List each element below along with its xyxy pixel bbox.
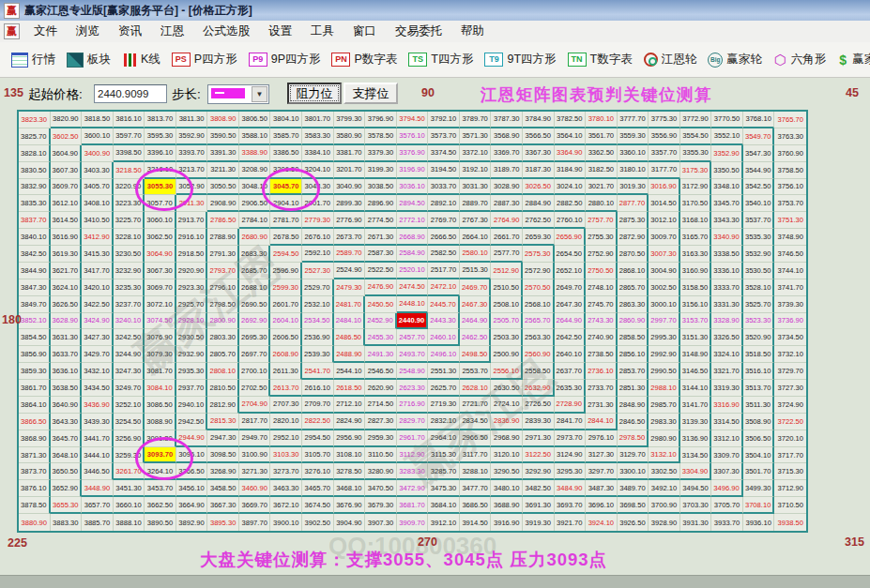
matrix-cell: 3840.10 (19, 229, 51, 246)
matrix-cell: 2443.30 (428, 313, 460, 330)
matrix-cell: 3393.70 (176, 145, 208, 162)
matrix-cell: 3796.90 (365, 112, 397, 128)
toolbar-label: 9T四方形 (507, 52, 556, 68)
matrix-cell: 3708.10 (743, 497, 775, 514)
matrix-cell: 3132.10 (649, 447, 680, 464)
menu-item-1[interactable]: 文件 (24, 24, 67, 38)
toolbar-item-赢家服务[interactable]: $赢家服务 (837, 52, 870, 68)
matrix-cell: 2719.30 (428, 397, 460, 414)
matrix-cell: 2508.10 (491, 296, 523, 313)
matrix-cell: 3240.10 (114, 313, 145, 330)
toolbar-item-K线[interactable]: K线 (122, 52, 160, 68)
9t-square-icon: T9 (484, 53, 503, 67)
matrix-cell: 2918.50 (176, 246, 208, 263)
matrix-cell: 3336.10 (711, 263, 743, 279)
matrix-cell: 3254.50 (114, 414, 145, 430)
menu-item-7[interactable]: 工具 (301, 24, 343, 38)
matrix-cell: 2733.70 (586, 380, 618, 397)
toolbar-item-P数字表[interactable]: PNP数字表 (331, 52, 397, 68)
menu-item-4[interactable]: 江恩 (151, 24, 193, 38)
menu-item-2[interactable]: 浏览 (67, 24, 109, 38)
matrix-cell: 3376.90 (397, 145, 429, 162)
matrix-cell: 2774.50 (365, 212, 397, 229)
dropdown-arrow-icon[interactable]: ▼ (252, 86, 267, 102)
matrix-cell: 3672.10 (270, 497, 302, 514)
matrix-cell: 3220.90 (114, 179, 145, 196)
matrix-cell: 3307.30 (711, 463, 743, 480)
matrix-cell: 3396.10 (145, 145, 176, 162)
kline-candle-icon (122, 53, 137, 67)
toolbar-item-行情[interactable]: 行情 (11, 52, 55, 68)
menu-item-8[interactable]: 窗口 (343, 24, 386, 38)
matrix-cell: 3024.10 (555, 179, 587, 196)
toolbar-item-六角形[interactable]: ⬡六角形 (773, 52, 827, 68)
matrix-cell: 3868.90 (19, 430, 51, 447)
matrix-cell: 2935.30 (176, 363, 208, 380)
matrix-cell: 3451.30 (114, 480, 145, 497)
resistance-button[interactable]: 阻力位 (287, 83, 342, 104)
matrix-cell: 3777.70 (618, 112, 649, 128)
toolbar-item-T数字表[interactable]: TNT数字表 (568, 52, 633, 68)
step-color-dropdown[interactable]: ▼ (207, 84, 269, 104)
toolbar-item-9P四方形[interactable]: P99P四方形 (249, 52, 321, 68)
matrix-cell: 2620.90 (365, 380, 397, 397)
matrix-cell: 2990.50 (649, 363, 680, 380)
matrix-cell: 2827.30 (365, 414, 397, 430)
matrix-cell: 3444.10 (82, 447, 114, 464)
toolbar-item-赢家轮[interactable]: Big赢家轮 (708, 52, 762, 68)
matrix-cell: 3813.70 (145, 112, 176, 128)
menu-item-6[interactable]: 设置 (259, 24, 301, 38)
menu-item-5[interactable]: 公式选股 (193, 24, 259, 38)
matrix-cell: 3110.50 (365, 447, 397, 464)
matrix-cell: 3268.90 (207, 463, 239, 480)
matrix-cell: 3422.50 (82, 296, 114, 313)
matrix-cell: 3912.10 (428, 514, 460, 531)
matrix-cell: 3753.70 (774, 195, 806, 212)
matrix-cell: 3436.90 (82, 397, 114, 414)
toolbar-item-江恩轮[interactable]: 江恩轮 (644, 52, 697, 68)
matrix-cell: 3038.50 (365, 179, 397, 196)
matrix-cell: 2659.30 (523, 229, 555, 246)
matrix-cell: 2673.70 (334, 229, 366, 246)
matrix-cell: 3525.70 (743, 296, 775, 313)
matrix-cell: 2980.90 (649, 430, 680, 447)
matrix-cell: 3012.10 (649, 212, 680, 229)
matrix-cell: 3247.30 (114, 363, 145, 380)
matrix-cell: 2685.70 (239, 263, 271, 279)
matrix-cell: 3626.50 (51, 296, 83, 313)
matrix-cell: 3556.90 (649, 128, 680, 145)
matrix-cell: 2942.50 (176, 414, 208, 430)
toolbar-item-P四方形[interactable]: PSP四方形 (172, 52, 237, 68)
matrix-cell: 2820.10 (270, 414, 302, 430)
menu-bar: 赢 文件浏览资讯江恩公式选股设置工具窗口交易委托帮助 (0, 21, 870, 43)
matrix-cell: 3033.70 (428, 179, 460, 196)
matrix-cell: 3501.70 (743, 463, 775, 480)
menu-item-9[interactable]: 交易委托 (386, 24, 451, 38)
matrix-cell: 3792.10 (428, 112, 460, 128)
matrix-cell: 2745.70 (586, 296, 618, 313)
matrix-cell: 3607.30 (51, 162, 83, 179)
menu-item-3[interactable]: 资讯 (109, 24, 151, 38)
toolbar-item-9T四方形[interactable]: T99T四方形 (484, 52, 556, 68)
matrix-cell: 3074.50 (145, 313, 176, 330)
matrix-cell: 3508.90 (743, 414, 775, 430)
matrix-cell: 2520.10 (397, 263, 429, 279)
p-square-icon: PS (172, 53, 191, 67)
matrix-cell: 3170.50 (680, 195, 712, 212)
matrix-cell: 2906.50 (239, 195, 271, 212)
menu-item-10[interactable]: 帮助 (451, 24, 494, 38)
matrix-cell: 3002.50 (649, 279, 680, 296)
start-price-input[interactable] (94, 84, 167, 103)
toolbar-item-T四方形[interactable]: TST四方形 (408, 52, 473, 68)
toolbar-label: P数字表 (354, 52, 397, 68)
step-label: 步长: (172, 86, 201, 103)
matrix-cell: 2556.10 (491, 363, 523, 380)
matrix-cell: 2604.10 (270, 313, 302, 330)
matrix-key-level-cell: 3055.30 (145, 179, 176, 196)
matrix-cell: 3288.10 (460, 463, 492, 480)
matrix-cell: 2529.70 (302, 279, 334, 296)
toolbar-item-板块[interactable]: 板块 (67, 52, 111, 68)
support-button[interactable]: 支撑位 (343, 83, 398, 104)
matrix-cell: 3578.50 (365, 128, 397, 145)
matrix-cell: 3832.90 (19, 179, 51, 196)
